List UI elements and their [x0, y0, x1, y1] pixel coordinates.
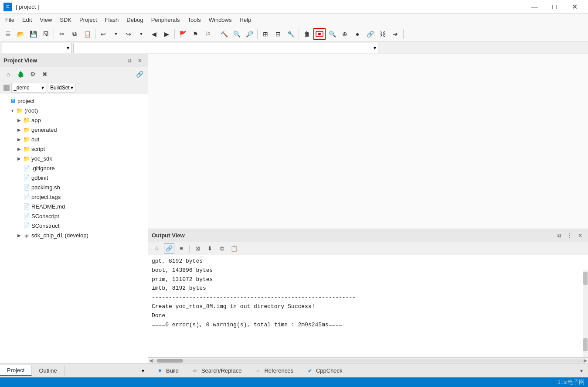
tree-toggle-root[interactable]: ▾: [9, 107, 16, 114]
tree-item-sdk-chip[interactable]: ▶ ◈ sdk_chip_d1 (develop): [0, 230, 148, 240]
toolbar-bookmark-icon[interactable]: 🚩: [177, 28, 189, 40]
out-clear-icon[interactable]: ⊠: [192, 243, 203, 254]
output-close-button[interactable]: ✕: [576, 231, 585, 240]
menu-view[interactable]: View: [36, 15, 55, 25]
maximize-button[interactable]: □: [544, 0, 564, 14]
menu-project[interactable]: Project: [76, 15, 100, 25]
tab-project[interactable]: Project: [0, 365, 32, 376]
toolbar-back-icon[interactable]: ◀: [148, 28, 160, 40]
bottom-tabs-dropdown[interactable]: ▾: [577, 366, 586, 376]
out-copy2-icon[interactable]: 📋: [229, 243, 239, 254]
editor-path-dropdown[interactable]: ▾: [2, 43, 71, 53]
toolbar-search2-icon[interactable]: 🔎: [243, 28, 255, 40]
scroll-right-arrow[interactable]: ▶: [584, 358, 587, 363]
editor-symbol-dropdown[interactable]: ▾: [73, 43, 378, 53]
menu-edit[interactable]: Edit: [19, 15, 35, 25]
out-star-icon[interactable]: ☆: [152, 243, 162, 254]
output-scrollbar-h[interactable]: ◀ ▶: [148, 357, 588, 363]
toolbar-link2-icon[interactable]: ⛓: [377, 28, 389, 40]
proj-close-icon[interactable]: ✖: [40, 69, 50, 79]
tree-item-root-folder[interactable]: ▾ 📁 (root): [0, 106, 148, 115]
tree-item-out[interactable]: ▶ 📁 out: [0, 134, 148, 144]
tab-build[interactable]: ▼ Build: [150, 365, 185, 377]
toolbar-save2-icon[interactable]: 🖫: [40, 28, 52, 40]
out-download-icon[interactable]: ⬇: [204, 243, 215, 254]
toolbar-delete-icon[interactable]: 🗑: [301, 28, 313, 40]
scroll-left-arrow[interactable]: ◀: [149, 358, 153, 363]
toolbar-tools-icon[interactable]: 🔧: [285, 28, 297, 40]
tree-toggle-sdk-chip[interactable]: ▶: [16, 232, 23, 239]
menu-debug[interactable]: Debug: [123, 15, 146, 25]
menu-windows[interactable]: Windows: [205, 15, 235, 25]
tree-toggle-app[interactable]: ▶: [16, 116, 23, 123]
proj-tree-icon[interactable]: 🌲: [16, 69, 25, 79]
panel-float-button[interactable]: ⧉: [125, 56, 134, 65]
toolbar-redo-dropdown[interactable]: ▼: [135, 28, 147, 40]
toolbar-open-icon[interactable]: 📂: [14, 28, 27, 40]
tree-item-gitignore[interactable]: 📄 .gitignore: [0, 163, 148, 173]
out-list-icon[interactable]: ≡: [176, 243, 187, 254]
tab-references[interactable]: ○ References: [248, 365, 299, 377]
toolbar-undo-icon[interactable]: ↩: [97, 28, 109, 40]
toolbar-grid-icon[interactable]: ⊞: [259, 28, 272, 40]
tab-search-replace[interactable]: ✏ Search/Replace: [185, 365, 248, 377]
tree-item-yoc-sdk[interactable]: ▶ 📁 yoc_sdk: [0, 154, 148, 163]
toolbar-cut-icon[interactable]: ✂: [56, 28, 68, 40]
toolbar-paste-icon[interactable]: 📋: [81, 28, 93, 40]
menu-tools[interactable]: Tools: [184, 15, 204, 25]
toolbar-build-icon[interactable]: 🔨: [218, 28, 230, 40]
proj-home-icon[interactable]: ⌂: [3, 69, 13, 79]
editor-content[interactable]: [148, 54, 588, 229]
menu-file[interactable]: File: [2, 15, 18, 25]
proj-link-icon[interactable]: 🔗: [135, 69, 144, 79]
tree-toggle-yoc-sdk[interactable]: ▶: [16, 155, 23, 162]
tab-cppcheck[interactable]: ✔ CppCheck: [300, 365, 349, 377]
tree-item-script[interactable]: ▶ 📁 script: [0, 144, 148, 154]
out-link-icon[interactable]: 🔗: [164, 243, 174, 254]
toolbar-undo-dropdown[interactable]: ▼: [110, 28, 122, 40]
tree-item-packimg[interactable]: 📄 packimg.sh: [0, 182, 148, 192]
tree-toggle-project[interactable]: [2, 97, 9, 104]
tab-outline[interactable]: Outline: [32, 366, 64, 376]
toolbar-search-icon[interactable]: 🔍: [231, 28, 243, 40]
project-dropdown[interactable]: _demo ▾: [11, 83, 46, 92]
toolbar-bookmark3-icon[interactable]: ⚐: [202, 28, 214, 40]
buildset-dropdown[interactable]: BuildSet ▾: [48, 83, 75, 92]
menu-help[interactable]: Help: [236, 15, 255, 25]
tree-item-app[interactable]: ▶ 📁 app: [0, 115, 148, 125]
toolbar-record-icon[interactable]: [313, 28, 326, 40]
out-copy-icon[interactable]: ⧉: [217, 243, 227, 254]
toolbar-bookmark2-icon[interactable]: ⚑: [189, 28, 201, 40]
toolbar-redo-icon[interactable]: ↪: [122, 28, 135, 40]
toolbar-save-icon[interactable]: 💾: [27, 28, 39, 40]
output-content[interactable]: gpt, 8192 bytes boot, 143896 bytes prim,…: [148, 255, 588, 357]
toolbar-zoom-icon[interactable]: 🔍: [326, 28, 338, 40]
toolbar-menu-icon[interactable]: ☰: [2, 28, 14, 40]
menu-peripherals[interactable]: Peripherals: [148, 15, 184, 25]
toolbar-link-icon[interactable]: 🔗: [364, 28, 376, 40]
toolbar-grid2-icon[interactable]: ⊟: [272, 28, 284, 40]
toolbar-forward-icon[interactable]: ▶: [160, 28, 173, 40]
panel-close-button[interactable]: ✕: [136, 56, 144, 65]
menu-sdk[interactable]: SDK: [56, 15, 75, 25]
proj-gear-icon[interactable]: ⚙: [28, 69, 37, 79]
toolbar-circle-icon[interactable]: ●: [351, 28, 364, 40]
tree-item-project[interactable]: 🖥 project: [0, 96, 148, 106]
h-scroll-track[interactable]: [153, 359, 584, 363]
left-tab-dropdown[interactable]: ▾: [138, 366, 148, 376]
output-float-button[interactable]: ⧉: [555, 231, 564, 240]
tree-item-readme[interactable]: 📄 README.md: [0, 202, 148, 211]
menu-flash[interactable]: Flash: [102, 15, 122, 25]
tree-item-sconstruct[interactable]: 📄 SConstruct: [0, 221, 148, 230]
minimize-button[interactable]: —: [524, 0, 544, 14]
output-scrollbar-v[interactable]: [583, 270, 588, 357]
tree-item-generated[interactable]: ▶ 📁 generated: [0, 125, 148, 134]
tree-toggle-generated[interactable]: ▶: [16, 126, 23, 133]
tree-item-sconscript[interactable]: 📄 SConscript: [0, 211, 148, 221]
output-menu-button[interactable]: ⋮: [565, 231, 574, 240]
tree-toggle-script[interactable]: ▶: [16, 145, 23, 152]
tree-toggle-out[interactable]: ▶: [16, 136, 23, 143]
toolbar-arrow-icon[interactable]: ➜: [389, 28, 401, 40]
tree-item-gdbinit[interactable]: 📄 gdbinit: [0, 173, 148, 182]
tree-item-project-tags[interactable]: 📄 project.tags: [0, 192, 148, 202]
